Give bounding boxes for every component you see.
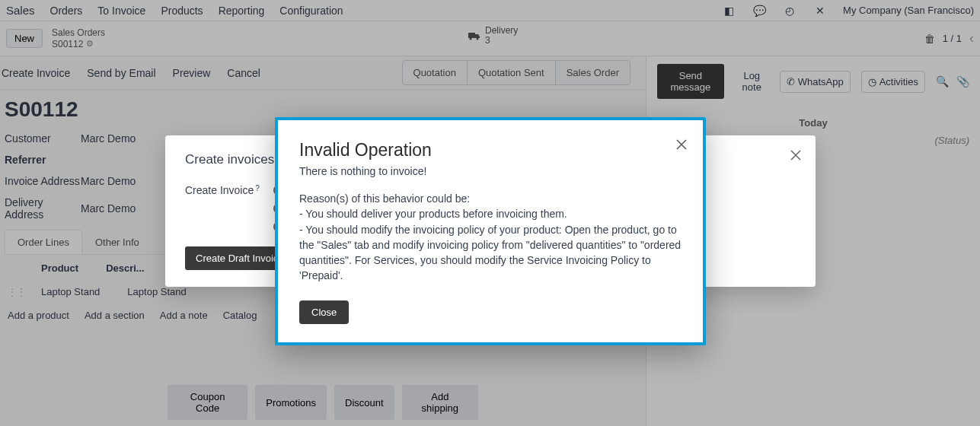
error-reason-2: - You should modify the invoicing policy… [299,222,682,284]
error-subtitle: There is nothing to invoice! [299,165,682,177]
close-button[interactable]: Close [299,300,349,324]
close-icon[interactable] [675,138,688,151]
error-title: Invalid Operation [299,140,682,161]
error-reason-header: Reason(s) of this behavior could be: [299,191,682,206]
error-reason-1: - You should deliver your products befor… [299,206,682,221]
error-body: Reason(s) of this behavior could be: - Y… [299,191,682,284]
error-modal: Invalid Operation There is nothing to in… [275,117,706,345]
close-icon[interactable] [790,149,802,161]
create-invoice-label: Create Invoice? [185,184,260,196]
